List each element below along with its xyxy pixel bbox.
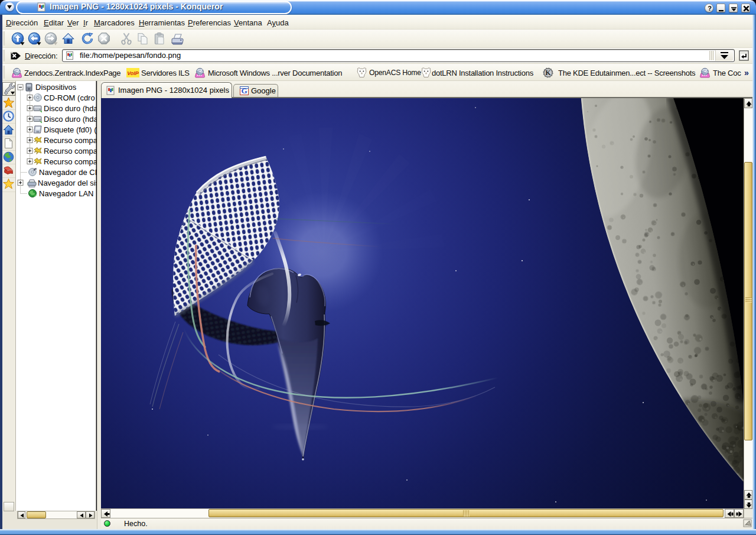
svg-text:Recurso compa: Recurso compa [44,147,96,155]
svg-text:G: G [241,86,247,95]
svg-text:CD-ROM (cdro: CD-ROM (cdro [44,93,95,102]
svg-text:Disco duro (hda: Disco duro (hda [44,115,96,124]
svg-text:Navegador del sis: Navegador del sis [38,179,96,187]
svg-text:Disco duro (hda: Disco duro (hda [44,104,96,113]
svg-text:?: ? [708,5,712,12]
svg-text:Recurso compa: Recurso compa [44,157,96,166]
svg-text:Navegador de CD: Navegador de CD [39,168,96,177]
svg-text:Disquete (fd0) (: Disquete (fd0) ( [44,125,96,134]
svg-text:Dispositivos: Dispositivos [35,83,77,92]
svg-text:VoIP: VoIP [127,70,139,76]
svg-text:Navegador LAN: Navegador LAN [39,189,94,198]
svg-text:Recurso compa: Recurso compa [44,136,96,145]
